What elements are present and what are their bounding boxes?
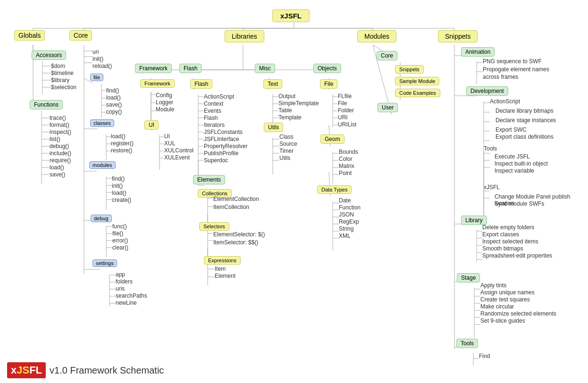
load-fn-item: load()	[50, 164, 64, 171]
find-file: find()	[106, 87, 119, 94]
datatypes-node: Data Types	[317, 185, 352, 194]
declbmp-dev: Declare library bitmaps	[496, 108, 554, 114]
assignnames-stage: Assign unique names	[480, 289, 535, 296]
spreadsheet-lib: Spreadsheet-edit properties	[482, 252, 552, 259]
propertyresolver-flash: PropertyResolver	[204, 143, 248, 150]
user-mod-node: User	[378, 103, 398, 112]
code-examples-node: Code Examples	[395, 89, 440, 97]
config-item: Config	[156, 92, 172, 99]
exportswc-dev: Export SWC	[496, 126, 527, 133]
inspect-item: inspect()	[50, 129, 71, 135]
date-dt: Date	[339, 197, 351, 204]
flash-flash: Flash	[204, 115, 218, 121]
inspectsel-lib: Inspect selected items	[482, 238, 538, 245]
root-node: xJSFL	[272, 9, 310, 22]
color-geom: Color	[339, 156, 353, 162]
diagram: xJSFL Globals Core Libraries Modules Sni…	[0, 0, 588, 383]
xml-dt: XML	[339, 233, 351, 239]
utils-utils: Utils	[279, 155, 290, 161]
accessors-node: Accessors	[32, 50, 66, 60]
list-item: list()	[50, 136, 60, 142]
create-modules: create()	[112, 197, 131, 203]
execjsfl-dev: Execute JSFL	[495, 153, 530, 160]
debug-fn-item: debug()	[50, 143, 69, 150]
core-mod-node: Core	[377, 51, 397, 60]
functions-node: Functions	[30, 100, 63, 109]
init-modules: init()	[112, 183, 123, 189]
folders-settings: folders	[116, 278, 133, 285]
template-text: Template	[278, 114, 302, 121]
timer-utils: Timer	[279, 148, 294, 154]
module-item: Module	[156, 106, 174, 113]
point-geom: Point	[339, 170, 352, 176]
png-anim: PNG sequence to SWF	[483, 58, 542, 65]
func-debug: func()	[112, 223, 127, 230]
searchpaths-settings: searchPaths	[116, 292, 147, 299]
library-snip-node: Library	[461, 216, 487, 225]
ui-node: UI	[144, 120, 159, 130]
trace-item: trace()	[50, 115, 66, 121]
exportclasses-lib: Export classes	[482, 231, 519, 238]
text-node: Text	[263, 79, 282, 89]
table-text: Table	[278, 107, 292, 114]
libraries-node: Libraries	[225, 30, 264, 42]
itemcollection-item: ItemCollection	[213, 204, 249, 210]
settings-node: settings	[92, 259, 117, 267]
modules-node: Modules	[357, 30, 396, 42]
timeline-item: $timeline	[51, 70, 74, 76]
json-dt: JSON	[339, 211, 354, 218]
logo: xJSFL	[7, 362, 46, 378]
element-expr: Element	[215, 273, 235, 279]
globals-node: Globals	[14, 30, 45, 41]
core-node: Core	[69, 30, 92, 41]
jsfconstants-flash: JSFLConstants	[204, 129, 243, 135]
file-debug: file()	[112, 230, 123, 237]
regexp-dt: RegExp	[339, 218, 359, 225]
find-tools: Find	[479, 353, 490, 359]
smoothbmp-lib: Smooth bitmaps	[482, 245, 523, 252]
file-core-node: file	[90, 74, 103, 81]
output-text: Output	[278, 93, 295, 100]
save-file: save()	[106, 101, 122, 108]
clear-debug: clear()	[112, 244, 128, 251]
uris-settings: uris	[116, 285, 125, 292]
xulcontrol-item: XULControl	[164, 147, 193, 154]
stage-snip-node: Stage	[457, 273, 480, 283]
expressions-node: Expressions	[204, 256, 241, 265]
deletefolders-lib: Delete empty folders	[482, 224, 534, 231]
selectors-node: Selectors	[199, 222, 229, 231]
as-dev: ActionScript	[490, 98, 520, 105]
register-classes: register()	[111, 140, 134, 147]
development-node: Development	[466, 86, 508, 96]
randomize-stage: Randomize selected elements	[480, 310, 556, 317]
declstage-dev: Declare stage instances	[496, 117, 556, 124]
createtest-stage: Create test squares	[480, 296, 530, 303]
debug-node: debug	[91, 215, 112, 222]
reload-item: reload()	[92, 63, 112, 69]
makecircular-stage: Make circular	[480, 303, 514, 310]
uri-item: uri	[92, 49, 99, 55]
function-dt: Function	[339, 204, 361, 211]
itemselector-item: ItemSelector: $$()	[213, 239, 258, 246]
logger-item: Logger	[156, 99, 173, 106]
modules-core-node: modules	[89, 161, 116, 169]
save-fn-item: save()	[50, 171, 65, 178]
find-modules: find()	[112, 175, 125, 182]
matrix-geom: Matrix	[339, 163, 354, 169]
format-item: format()	[50, 122, 69, 128]
utils-node: Utils	[264, 123, 283, 132]
tools-dev-label: Tools	[484, 145, 497, 152]
class-utils: Class	[279, 133, 294, 140]
elemselector-item: ElementSelector: $()	[213, 231, 265, 238]
ui-item: UI	[164, 133, 170, 140]
folder-obj: Folder	[338, 107, 354, 114]
file-obj-item: File	[338, 100, 347, 107]
file-obj-node: File	[320, 79, 337, 89]
objects-lib-node: Objects	[313, 64, 341, 73]
iterators-flash: Iterators	[204, 122, 225, 128]
events-flash: Events	[204, 108, 221, 114]
inspectvar-dev: Inspect variable	[495, 167, 534, 174]
xul-item: XUL	[164, 140, 175, 147]
footer-subtitle: v1.0 Framework Schematic	[50, 365, 164, 376]
error-debug: error()	[112, 237, 128, 244]
